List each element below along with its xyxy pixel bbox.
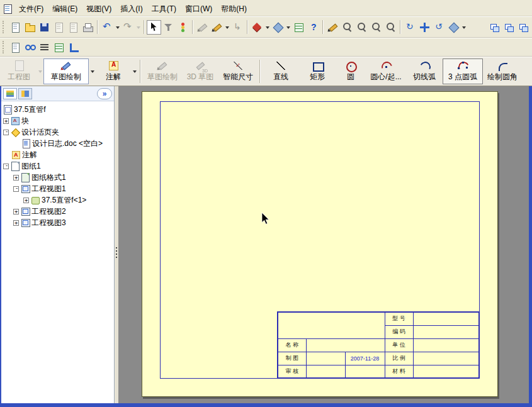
tab-drawing[interactable]: 工程图 [1, 59, 37, 84]
tool-line[interactable]: 直线 [263, 59, 299, 84]
selection-filter-button[interactable] [161, 20, 176, 35]
undo-button[interactable] [100, 20, 115, 35]
tool-smart-dimension[interactable]: 智能尺寸 [218, 59, 258, 84]
expander-icon[interactable] [3, 118, 9, 124]
standard-views-button[interactable] [250, 20, 264, 35]
open-button[interactable] [23, 20, 37, 35]
tree-item-drawing-view1[interactable]: 工程视图1 [1, 183, 114, 194]
undo-dropdown[interactable] [115, 20, 121, 35]
menu-window[interactable]: 窗口(W) [181, 3, 217, 16]
redo-dropdown[interactable] [135, 20, 142, 35]
graphics-area[interactable]: 型 号 编 码 名 称 单 位 制 图 2007-11-28 [118, 86, 529, 403]
pan-button[interactable] [417, 20, 432, 35]
select-button[interactable] [147, 20, 161, 35]
cascade-windows-button[interactable] [502, 20, 516, 35]
zoom-in-out-button[interactable] [369, 20, 383, 35]
new-document-button[interactable] [8, 20, 23, 35]
make-assembly-icon [68, 22, 79, 33]
tab-feature-manager[interactable] [3, 88, 17, 99]
tool-sketch[interactable]: 草图绘制 [143, 59, 182, 84]
tree-item-design-binder[interactable]: 设计活页夹 [1, 126, 114, 138]
new-document-icon [10, 22, 21, 33]
sheet-properties-button[interactable] [8, 40, 23, 55]
tree-item-annotations[interactable]: 注解 [1, 149, 114, 160]
tool-3-point-arc[interactable]: 3 点圆弧 [443, 59, 483, 84]
tool-rectangle[interactable]: 矩形 [299, 59, 336, 84]
tree-item-part-ref[interactable]: 37.5直管f<1> [1, 194, 114, 206]
redo-button[interactable] [121, 20, 135, 35]
tree-item-root[interactable]: 37.5直管f [1, 104, 114, 115]
tool-3d-sketch[interactable]: 3D 草图 [182, 59, 218, 84]
datum-button[interactable] [66, 40, 81, 55]
tab-property-manager[interactable] [18, 88, 32, 99]
print-button[interactable] [81, 20, 95, 35]
expander-icon[interactable] [3, 130, 9, 135]
scale-label: 比 例 [385, 352, 413, 365]
menu-tools[interactable]: 工具(T) [147, 3, 181, 16]
tab-sketch-dropdown[interactable] [89, 59, 96, 84]
tables-button[interactable] [291, 20, 306, 35]
menu-insert[interactable]: 插入(I) [116, 3, 147, 16]
tab-annotation-dropdown[interactable] [131, 59, 138, 84]
display-style-dropdown[interactable] [461, 20, 467, 35]
code-label: 编 码 [385, 325, 413, 338]
tile-windows-icon [518, 22, 529, 33]
tool-centerpoint-arc[interactable]: 圆心/起... [366, 59, 406, 84]
toolbar-grip[interactable] [3, 41, 6, 53]
rotate-view-button[interactable] [432, 20, 446, 35]
expander-icon[interactable] [23, 198, 29, 203]
edit-sketch-button[interactable] [195, 20, 210, 35]
tree-item-sheet1[interactable]: 图纸1 [1, 160, 114, 172]
window-frame-left [0, 86, 1, 407]
display-style-button[interactable] [446, 20, 461, 35]
tile-windows-button[interactable] [516, 20, 531, 35]
rebuild-button[interactable] [403, 20, 417, 35]
exit-sketch-button[interactable] [230, 20, 245, 35]
expander-icon[interactable] [13, 220, 19, 226]
tab-drawing-dropdown[interactable] [37, 59, 43, 84]
line-format-button[interactable] [37, 40, 52, 55]
expander-icon[interactable] [13, 186, 19, 192]
expander-icon[interactable] [13, 175, 19, 181]
view-orientation-button[interactable] [271, 20, 285, 35]
table-button[interactable] [52, 40, 66, 55]
menu-view[interactable]: 视图(V) [82, 3, 116, 16]
zoom-to-selection-button[interactable] [383, 20, 398, 35]
menu-help[interactable]: 帮助(H) [217, 3, 251, 16]
expander-icon[interactable] [13, 209, 19, 215]
tab-sketch[interactable]: 草图绘制 [43, 59, 89, 84]
zoom-to-fit-button[interactable] [340, 20, 354, 35]
tree-item-design-journal[interactable]: 设计日志.doc <空白> [1, 138, 114, 149]
tree-item-drawing-view2[interactable]: 工程视图2 [1, 206, 114, 217]
drawing-sheet[interactable]: 型 号 编 码 名 称 单 位 制 图 2007-11-28 [142, 91, 498, 397]
sketch-dropdown[interactable] [224, 20, 230, 35]
save-button[interactable] [37, 20, 52, 35]
tool-tangent-arc[interactable]: 切线弧 [406, 59, 443, 84]
sketch-button[interactable] [210, 20, 224, 35]
panel-expand-button[interactable]: » [97, 88, 112, 99]
zoom-to-area-button[interactable] [354, 20, 369, 35]
tree-item-label: 注解 [22, 150, 37, 160]
new-window-button[interactable] [487, 20, 502, 35]
toolbar-grip[interactable] [3, 21, 6, 33]
view-orientation-dropdown[interactable] [285, 20, 291, 35]
display-states-button[interactable] [176, 20, 190, 35]
menu-edit[interactable]: 编辑(E) [48, 3, 82, 16]
help-button[interactable] [306, 20, 320, 35]
standard-views-dropdown[interactable] [264, 20, 271, 35]
menu-file[interactable]: 文件(F) [14, 3, 48, 16]
table-icon [54, 42, 64, 53]
make-assembly-from-part-button[interactable] [66, 20, 81, 35]
annotate-pen-button[interactable] [325, 20, 340, 35]
blocks-folder-icon [11, 116, 20, 125]
expander-icon[interactable] [3, 164, 9, 169]
drawing-toolbar [0, 38, 532, 57]
tree-item-drawing-view3[interactable]: 工程视图3 [1, 217, 114, 228]
tree-item-blocks[interactable]: 块 [1, 115, 114, 126]
tool-circle[interactable]: 圆 [336, 59, 366, 84]
tree-item-sheet-format1[interactable]: 图纸格式1 [1, 172, 114, 183]
tab-annotation[interactable]: 注解 [96, 59, 131, 84]
tool-sketch-fillet[interactable]: 绘制圆角 [483, 59, 522, 84]
view-palette-button[interactable] [23, 40, 37, 55]
make-drawing-from-part-button[interactable] [52, 20, 66, 35]
